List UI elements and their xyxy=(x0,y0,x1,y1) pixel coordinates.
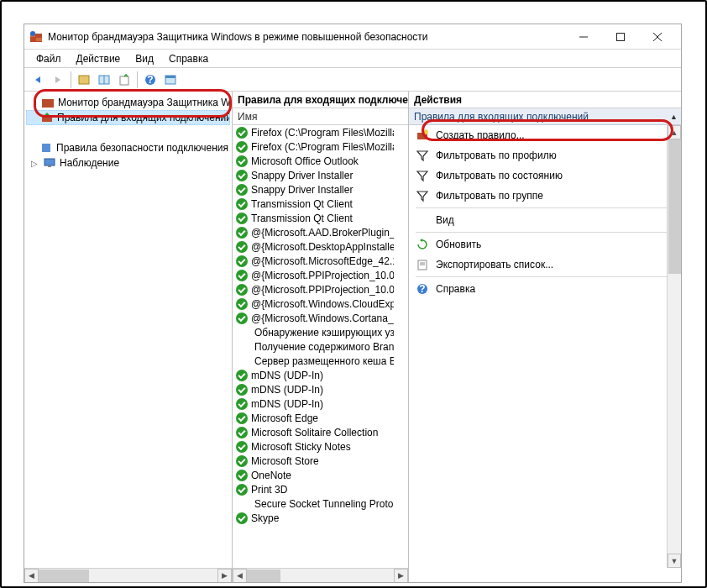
filter-icon xyxy=(416,189,429,202)
list-item[interactable]: OneNote xyxy=(233,468,394,482)
rule-name: Получение содержимого BranchCa xyxy=(239,341,394,353)
list-item[interactable]: Microsoft Sticky Notes xyxy=(233,439,394,454)
list-item[interactable]: @{Microsoft.Windows.Cortana_1.10. xyxy=(233,311,394,325)
list-header: Правила для входящих подключений xyxy=(233,92,408,108)
list-item[interactable]: Transmission Qt Client xyxy=(233,211,394,225)
actions-header: Действия xyxy=(409,92,681,108)
enabled-icon xyxy=(236,213,248,224)
action-help[interactable]: ? Справка xyxy=(409,279,681,299)
rule-name: Secure Socket Tunneling Protocol (S xyxy=(239,498,394,510)
filter-icon xyxy=(416,169,429,182)
list-body: Firefox (C:\Program Files\Mozilla FireFi… xyxy=(233,125,408,568)
svg-rect-16 xyxy=(42,99,54,108)
rule-name: Microsoft Office Outlook xyxy=(251,155,359,167)
list-item[interactable]: Firefox (C:\Program Files\Mozilla Fire xyxy=(233,139,394,154)
list-item[interactable]: Microsoft Office Outlook xyxy=(233,154,394,168)
menu-file[interactable]: Файл xyxy=(29,51,68,66)
list-item[interactable]: mDNS (UDP-In) xyxy=(233,396,394,411)
maximize-button[interactable] xyxy=(602,25,639,49)
list-item[interactable]: @{Microsoft.AAD.BrokerPlugin_1000 xyxy=(233,225,394,239)
rule-name: Microsoft Solitaire Collection xyxy=(251,427,378,438)
list-item[interactable]: mDNS (UDP-In) xyxy=(233,382,394,396)
scroll-right-button[interactable]: ▶ xyxy=(394,569,408,583)
svg-rect-11 xyxy=(120,76,128,85)
svg-rect-18 xyxy=(42,144,50,152)
menu-view[interactable]: Вид xyxy=(128,51,160,66)
scrollbar-horizontal[interactable] xyxy=(247,569,394,583)
back-button[interactable] xyxy=(28,70,48,90)
tree-monitoring[interactable]: ▷ Наблюдение xyxy=(26,155,230,171)
action-view[interactable]: Вид ▶ xyxy=(409,210,681,230)
blank-icon xyxy=(416,213,429,227)
content-area: Монитор брандмауэра Защитника Windows Пр… xyxy=(24,92,681,582)
list-item[interactable]: Microsoft Edge xyxy=(233,411,394,425)
enabled-icon xyxy=(236,427,248,438)
list-item[interactable]: Skype xyxy=(233,511,394,525)
rule-name: Snappy Driver Installer xyxy=(251,170,353,181)
tree-inbound-rules[interactable]: Правила для входящих подключений xyxy=(26,110,230,125)
rule-name: @{Microsoft.AAD.BrokerPlugin_1000 xyxy=(251,227,394,239)
list-item[interactable]: Сервер размещенного кеша Branc xyxy=(233,354,394,368)
tree-security-rules[interactable]: Правила безопасности подключения xyxy=(26,140,230,155)
actions-pane: Действия Правила для входящих подключени… xyxy=(409,92,681,582)
tree-root[interactable]: Монитор брандмауэра Защитника Windows xyxy=(26,95,230,110)
forward-button[interactable] xyxy=(48,70,68,90)
tree-label: Монитор брандмауэра Защитника Windows xyxy=(58,97,230,108)
action-filter-state[interactable]: Фильтровать по состоянию ▶ xyxy=(409,165,681,186)
list-item[interactable]: Print 3D xyxy=(233,482,394,496)
enabled-icon xyxy=(236,412,248,424)
close-button[interactable] xyxy=(639,25,676,49)
rule-name: @{Microsoft.MicrosoftEdge_42.1713 xyxy=(251,255,394,267)
list-item[interactable]: @{Microsoft.Windows.CloudExperien xyxy=(233,297,394,311)
list-item[interactable]: @{Microsoft.PPIProjection_10.0.1713 xyxy=(233,268,394,282)
list-item[interactable]: Firefox (C:\Program Files\Mozilla Fire xyxy=(233,125,394,139)
scroll-left-button[interactable]: ◀ xyxy=(24,569,39,583)
action-filter-profile[interactable]: Фильтровать по профилю ▶ xyxy=(409,145,681,165)
action-refresh[interactable]: Обновить xyxy=(409,234,681,255)
list-item[interactable]: Microsoft Store xyxy=(233,454,394,468)
scroll-left-button[interactable]: ◀ xyxy=(233,569,247,583)
list-item[interactable]: Microsoft Solitaire Collection xyxy=(233,425,394,439)
export-button[interactable] xyxy=(114,70,134,90)
tree-label: Правила безопасности подключения xyxy=(56,142,228,154)
enabled-icon xyxy=(236,127,248,139)
scrollbar-horizontal[interactable] xyxy=(39,569,217,583)
action-export[interactable]: Экспортировать список... xyxy=(409,255,681,275)
firewall-icon xyxy=(41,96,55,109)
menu-action[interactable]: Действие xyxy=(70,51,128,66)
list-item[interactable]: Secure Socket Tunneling Protocol (S xyxy=(233,496,394,511)
list-item[interactable]: Обнаружение кэширующих узлов xyxy=(233,325,394,339)
collapse-icon[interactable]: ▲ xyxy=(670,113,678,121)
properties-button[interactable] xyxy=(74,70,94,90)
list-pane: Правила для входящих подключений Имя Fir… xyxy=(233,92,409,582)
list-item[interactable]: @{Microsoft.MicrosoftEdge_42.1713 xyxy=(233,254,394,268)
list-item[interactable]: Transmission Qt Client xyxy=(233,197,394,211)
list-item[interactable]: mDNS (UDP-In) xyxy=(233,368,394,382)
action-create-rule[interactable]: Создать правило... xyxy=(409,125,681,145)
refresh-icon xyxy=(416,238,429,251)
actions-subheader: Правила для входящих подключений ▲ xyxy=(409,108,681,125)
window: Монитор брандмауэра Защитника Windows в … xyxy=(24,24,682,583)
list-item[interactable]: Snappy Driver Installer xyxy=(233,182,394,197)
toolbar-separator xyxy=(137,71,138,88)
column-header-name[interactable]: Имя xyxy=(233,108,408,125)
rule-name: Firefox (C:\Program Files\Mozilla Fire xyxy=(251,127,394,139)
rule-name: Обнаружение кэширующих узлов xyxy=(239,327,394,339)
list-item[interactable]: @{Microsoft.DesktopAppInstaller_1.0 xyxy=(233,239,394,254)
action-label: Вид xyxy=(436,214,454,226)
new-window-button[interactable] xyxy=(160,70,181,90)
rule-name: @{Microsoft.Windows.CloudExperien xyxy=(251,298,394,310)
list-item[interactable]: Получение содержимого BranchCa xyxy=(233,339,394,354)
help-button[interactable]: ? xyxy=(140,70,160,90)
expander-icon[interactable]: ▷ xyxy=(29,159,39,168)
minimize-button[interactable] xyxy=(565,25,602,49)
action-label: Экспортировать список... xyxy=(436,259,553,270)
show-hide-button[interactable] xyxy=(94,70,114,90)
menu-help[interactable]: Справка xyxy=(162,51,215,66)
enabled-icon xyxy=(236,170,248,181)
monitor-icon xyxy=(43,156,56,170)
list-item[interactable]: @{Microsoft.PPIProjection_10.0.1713 xyxy=(233,282,394,297)
list-item[interactable]: Snappy Driver Installer xyxy=(233,168,394,182)
action-filter-group[interactable]: Фильтровать по группе ▶ xyxy=(409,186,681,206)
scroll-right-button[interactable]: ▶ xyxy=(217,569,232,583)
